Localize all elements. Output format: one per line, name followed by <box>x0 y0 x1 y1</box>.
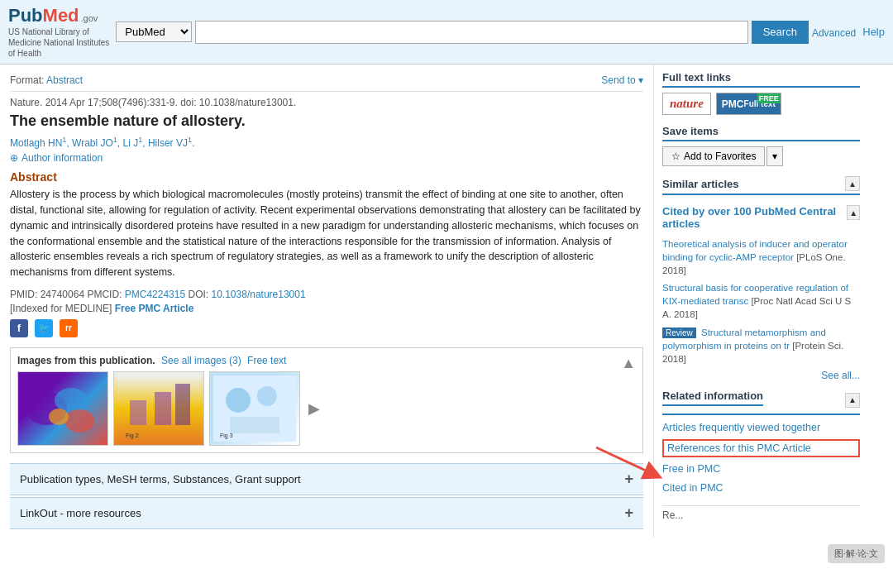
indexed-line: [Indexed for MEDLINE] Free PMC Article <box>10 303 643 314</box>
svg-text:Fig 2: Fig 2 <box>126 433 139 439</box>
db-select[interactable]: PubMed PMC Bookshelf <box>116 22 192 42</box>
add-fav-label: Add to Favorites <box>684 151 756 162</box>
free-pmc-link[interactable]: Free PMC Article <box>115 303 194 314</box>
format-value[interactable]: Abstract <box>46 74 83 86</box>
ncbi-text: US National Library of Medicine National… <box>8 26 109 59</box>
pubtypes-section-title: Publication types, MeSH terms, Substance… <box>20 473 301 485</box>
twitter-icon[interactable]: 🐦 <box>35 319 53 337</box>
add-favorites-dropdown[interactable]: ▾ <box>766 146 783 166</box>
logo-area: PubMed.gov US National Library of Medici… <box>8 5 109 59</box>
help-link[interactable]: Help <box>862 26 885 38</box>
svg-line-15 <box>596 447 658 476</box>
author-li[interactable]: Li J <box>123 137 139 149</box>
fulltext-title: Full text links <box>662 71 860 88</box>
related-info-section: Related information ▲ Articles frequentl… <box>662 390 860 495</box>
articles-frequently-viewed-link[interactable]: Articles frequently viewed together <box>662 420 860 435</box>
pmcid-link[interactable]: PMC4224315 <box>125 289 185 300</box>
send-to[interactable]: Send to ▾ <box>601 74 643 86</box>
author-motlagh[interactable]: Motlagh HN <box>10 137 62 149</box>
journal-line: Nature. 2014 Apr 17;508(7496):331-9. doi… <box>10 97 643 108</box>
image-thumb-1[interactable] <box>17 371 108 446</box>
review-badge: Review <box>662 327 696 338</box>
nature-fulltext-btn[interactable]: nature <box>662 93 711 115</box>
svg-rect-6 <box>155 392 171 425</box>
format-label: Format: <box>10 74 44 86</box>
search-button[interactable]: Search <box>752 21 809 44</box>
abstract-text: Allostery is the process by which biolog… <box>10 187 643 280</box>
linkout-section-title: LinkOut - more resources <box>20 507 141 519</box>
format-label-area: Format: Abstract <box>10 74 83 86</box>
svg-rect-5 <box>130 400 146 425</box>
main-layout: Format: Abstract Send to ▾ Nature. 2014 … <box>0 65 893 538</box>
sidebar: Full text links nature FREE PMC Full tex… <box>653 65 868 538</box>
cited-article-3: Review Structural metamorphism and polym… <box>662 326 860 366</box>
images-box: Images from this publication. See all im… <box>10 347 643 453</box>
svg-rect-12 <box>230 417 279 433</box>
cited-in-pmc-link[interactable]: Cited in PMC <box>662 480 860 495</box>
author-hilser[interactable]: Hilser VJ <box>148 137 188 149</box>
logo: PubMed.gov <box>8 5 109 26</box>
partial-section: Re... <box>662 505 860 525</box>
abstract-heading: Abstract <box>10 170 643 184</box>
svg-point-2 <box>64 409 94 433</box>
search-area: PubMed PMC Bookshelf Search Advanced <box>116 21 856 44</box>
related-info-collapse[interactable]: ▲ <box>845 393 860 408</box>
cited-article-1: Theoretical analysis of inducer and oper… <box>662 237 860 277</box>
images-header-bold: Images from this publication. <box>17 355 155 366</box>
advanced-link[interactable]: Advanced <box>812 27 856 39</box>
images-header: Images from this publication. See all im… <box>17 355 636 366</box>
red-arrow-svg <box>588 439 671 489</box>
svg-rect-7 <box>175 384 190 425</box>
similar-articles-title: Similar articles <box>662 178 739 190</box>
author-wrabl[interactable]: Wrabl JO <box>72 137 113 149</box>
social-icons: f 🐦 rr <box>10 319 643 337</box>
linkout-expand-icon: + <box>624 504 633 522</box>
similar-articles-section: Similar articles ▲ <box>662 176 860 195</box>
images-scroll-up[interactable]: ▲ <box>621 355 636 372</box>
header: PubMed.gov US National Library of Medici… <box>0 0 893 65</box>
pmc-fulltext-btn[interactable]: FREE PMC Full text <box>716 93 781 115</box>
free-text-link[interactable]: Free text <box>247 355 286 366</box>
author-info[interactable]: ⊕ Author information <box>10 152 643 164</box>
cited-by-title: Cited by over 100 PubMed Central article… <box>662 205 847 230</box>
related-info-title: Related information <box>662 390 763 406</box>
logo-gov: .gov <box>81 13 98 23</box>
fulltext-links: nature FREE PMC Full text <box>662 93 860 115</box>
images-scroll-btn[interactable]: ▶ <box>305 398 323 419</box>
svg-point-10 <box>226 388 251 413</box>
authors-line: Motlagh HN1, Wrabl JO1, Li J1, Hilser VJ… <box>10 136 643 149</box>
content-area: Format: Abstract Send to ▾ Nature. 2014 … <box>0 65 653 538</box>
references-pmc-link[interactable]: References for this PMC Article <box>662 439 860 457</box>
save-items-title: Save items <box>662 125 860 141</box>
svg-point-11 <box>257 386 277 406</box>
pubtypes-section-bar[interactable]: Publication types, MeSH terms, Substance… <box>10 463 643 495</box>
reddit-icon[interactable]: rr <box>60 319 78 337</box>
article-title: The ensemble nature of allostery. <box>10 112 643 131</box>
image-thumb-3[interactable]: Fig 3 <box>209 371 300 446</box>
svg-text:Fig 3: Fig 3 <box>220 433 233 439</box>
cited-by-collapse[interactable]: ▲ <box>847 205 860 220</box>
similar-articles-collapse[interactable]: ▲ <box>845 176 860 191</box>
logo-med: Med <box>43 5 79 26</box>
see-all-images-link[interactable]: See all images (3) <box>161 355 241 366</box>
images-row: Fig 2 Fig 3 ▶ <box>17 371 621 446</box>
add-favorites-button[interactable]: ☆ Add to Favorites <box>662 146 765 166</box>
svg-point-3 <box>49 409 69 425</box>
see-all-link[interactable]: See all... <box>662 370 860 381</box>
facebook-icon[interactable]: f <box>10 319 28 337</box>
author-info-label: Author information <box>21 152 103 164</box>
format-bar: Format: Abstract Send to ▾ <box>10 71 643 92</box>
search-input[interactable] <box>195 21 747 44</box>
save-items-section: Save items ☆ Add to Favorites ▾ <box>662 125 860 166</box>
add-favorites-row: ☆ Add to Favorites ▾ <box>662 146 860 166</box>
linkout-section-bar[interactable]: LinkOut - more resources + <box>10 497 643 529</box>
cited-article-2: Structural basis for cooperative regulat… <box>662 281 860 321</box>
ids-line: PMID: 24740064 PMCID: PMC4224315 DOI: 10… <box>10 289 643 300</box>
logo-pub: Pub <box>8 5 43 26</box>
doi-link[interactable]: 10.1038/nature13001 <box>212 289 306 300</box>
pmc-free-badge: FREE <box>757 93 781 103</box>
free-in-pmc-link[interactable]: Free in PMC <box>662 461 860 476</box>
image-thumb-2[interactable]: Fig 2 <box>113 371 204 446</box>
cited-by-section: Cited by over 100 PubMed Central article… <box>662 205 860 381</box>
images-scroll-area: ▶ <box>305 371 323 446</box>
